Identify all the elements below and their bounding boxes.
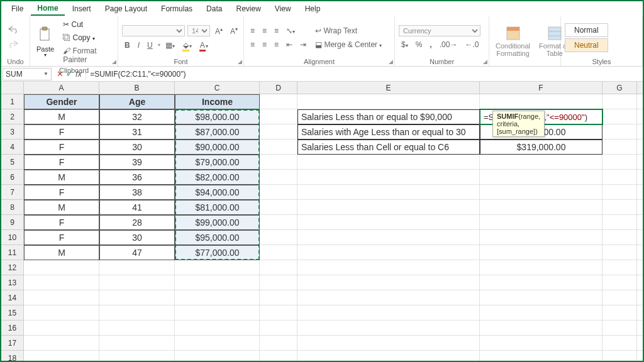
cell-A18[interactable] [24, 351, 99, 362]
menu-file[interactable]: File [5, 3, 30, 15]
cell-C12[interactable] [175, 260, 260, 275]
comma-button[interactable]: , [427, 39, 434, 50]
formula-input[interactable]: =SUMIF(C2:C11,"<=90000") [86, 69, 643, 80]
cell-D9[interactable] [260, 215, 297, 230]
cell-C10[interactable]: $95,000.00 [175, 230, 260, 245]
cell-G9[interactable] [602, 215, 637, 230]
cell-H10[interactable] [637, 230, 643, 245]
cell-B13[interactable] [99, 275, 175, 290]
cell-G11[interactable] [602, 245, 637, 260]
cell-E14[interactable] [297, 290, 480, 305]
cell-F15[interactable] [480, 305, 602, 321]
cell-E17[interactable] [297, 336, 480, 351]
col-header-G[interactable]: G [602, 82, 637, 94]
cell-A14[interactable] [24, 290, 99, 305]
fill-color-button[interactable]: ⬙▾ [180, 40, 194, 51]
cell-H13[interactable] [637, 275, 643, 290]
cell-G1[interactable] [602, 94, 637, 109]
cell-G3[interactable] [602, 124, 637, 140]
italic-button[interactable]: I [135, 40, 142, 51]
underline-button[interactable]: U [145, 40, 155, 51]
cell-C1[interactable]: Income [175, 94, 260, 109]
cell-H5[interactable] [637, 155, 643, 170]
cell-F8[interactable] [480, 200, 602, 215]
cell-H15[interactable] [637, 305, 643, 321]
cell-H3[interactable] [637, 124, 643, 140]
cell-B8[interactable]: 41 [99, 200, 175, 215]
cell-E2[interactable]: Salaries Less than or equal to $90,000 [297, 109, 480, 124]
cell-B15[interactable] [99, 305, 175, 321]
font-launcher-icon[interactable]: ◢ [238, 58, 242, 65]
paste-button[interactable]: Paste▾ [34, 19, 57, 65]
copy-button[interactable]: ⿻ Copy ▾ [60, 32, 114, 43]
cell-F4[interactable]: $319,000.00 [480, 140, 602, 155]
col-header-H[interactable]: H [637, 82, 643, 94]
select-all-corner[interactable] [1, 82, 24, 94]
cell-D15[interactable] [260, 305, 297, 321]
number-format-select[interactable]: Currency [399, 25, 480, 36]
cell-A5[interactable]: F [24, 155, 99, 170]
cell-E7[interactable] [297, 185, 480, 200]
menu-formulas[interactable]: Formulas [155, 3, 199, 15]
cell-F12[interactable] [480, 260, 602, 275]
clipboard-launcher-icon[interactable]: ◢ [112, 58, 116, 65]
cell-B10[interactable]: 30 [99, 230, 175, 245]
cell-D1[interactable] [260, 94, 297, 109]
row-header-14[interactable]: 14 [1, 290, 24, 305]
cell-D11[interactable] [260, 245, 297, 260]
cell-H14[interactable] [637, 290, 643, 305]
cell-D7[interactable] [260, 185, 297, 200]
cell-D18[interactable] [260, 351, 297, 362]
cell-E6[interactable] [297, 170, 480, 185]
cell-E18[interactable] [297, 351, 480, 362]
cell-D16[interactable] [260, 321, 297, 336]
cut-button[interactable]: ✂ Cut [60, 19, 114, 30]
row-header-17[interactable]: 17 [1, 336, 24, 351]
cell-A16[interactable] [24, 321, 99, 336]
undo-button[interactable] [5, 24, 21, 37]
row-header-3[interactable]: 3 [1, 124, 24, 140]
align-top-button[interactable]: ≡ [248, 25, 257, 36]
cell-B1[interactable]: Age [99, 94, 175, 109]
number-launcher-icon[interactable]: ◢ [483, 58, 487, 65]
cell-B14[interactable] [99, 290, 175, 305]
cell-A15[interactable] [24, 305, 99, 321]
format-painter-button[interactable]: 🖌 Format Painter [60, 45, 114, 65]
col-header-A[interactable]: A [24, 82, 99, 94]
cell-E1[interactable] [297, 94, 480, 109]
cell-G6[interactable] [602, 170, 637, 185]
font-color-button[interactable]: A▾ [197, 40, 211, 51]
cell-E3[interactable]: Salaries with Age Less than or equal to … [297, 124, 480, 140]
cell-G13[interactable] [602, 275, 637, 290]
cell-H11[interactable] [637, 245, 643, 260]
cell-G18[interactable] [602, 351, 637, 362]
row-header-10[interactable]: 10 [1, 230, 24, 245]
menu-help[interactable]: Help [299, 3, 327, 15]
cell-G2[interactable] [602, 109, 637, 124]
cell-C16[interactable] [175, 321, 260, 336]
cell-C4[interactable]: $90,000.00 [175, 140, 260, 155]
cell-E16[interactable] [297, 321, 480, 336]
bold-button[interactable]: B [122, 40, 133, 51]
cell-A11[interactable]: M [24, 245, 99, 260]
cell-C15[interactable] [175, 305, 260, 321]
align-bottom-button[interactable]: ≡ [272, 25, 281, 36]
indent-inc-button[interactable]: ⇥ [297, 39, 309, 50]
cell-A2[interactable]: M [24, 109, 99, 124]
cell-H6[interactable] [637, 170, 643, 185]
cell-C2[interactable]: $98,000.00 [175, 109, 260, 124]
increase-decimal-button[interactable]: .00→ [437, 39, 460, 50]
cell-F16[interactable] [480, 321, 602, 336]
cell-G16[interactable] [602, 321, 637, 336]
cell-G15[interactable] [602, 305, 637, 321]
cell-D2[interactable] [260, 109, 297, 124]
col-header-D[interactable]: D [260, 82, 297, 94]
cell-C18[interactable] [175, 351, 260, 362]
cell-F17[interactable] [480, 336, 602, 351]
cell-E8[interactable] [297, 200, 480, 215]
menu-review[interactable]: Review [230, 3, 267, 15]
cell-F9[interactable] [480, 215, 602, 230]
cell-E9[interactable] [297, 215, 480, 230]
cell-D13[interactable] [260, 275, 297, 290]
cell-G10[interactable] [602, 230, 637, 245]
